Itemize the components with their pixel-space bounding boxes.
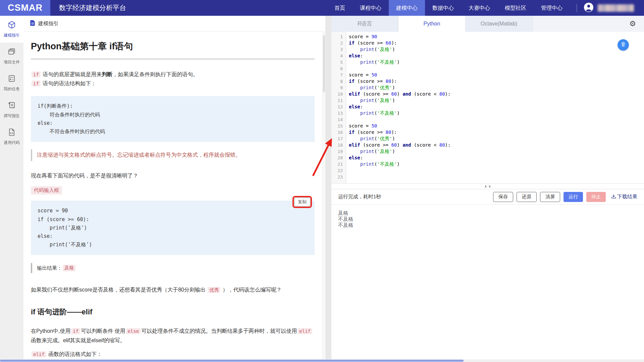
output-line: 不及格 bbox=[338, 216, 637, 222]
sidebar-item-modeling-guide[interactable]: 建模指引 bbox=[0, 16, 23, 43]
line-number: 22 bbox=[331, 167, 346, 174]
output-line: 及格 bbox=[338, 210, 637, 216]
language-tabbar: R语言 Python Octave(Matlab) ⚙ bbox=[331, 16, 644, 32]
nav-item-model-community[interactable]: 模型社区 bbox=[497, 0, 534, 16]
line-number: 17 bbox=[331, 136, 346, 142]
line-number: 13 bbox=[331, 110, 346, 116]
sidebar-item-project-files[interactable]: 项目文件 bbox=[0, 43, 23, 69]
doc-paragraph: elif 函数的语法格式如下： bbox=[31, 350, 315, 359]
copy-button-annotation: 复制 bbox=[292, 196, 312, 208]
line-number: 9 bbox=[331, 85, 346, 91]
project-files-icon bbox=[7, 47, 16, 57]
panel-collapse-handle[interactable]: ∧ ∨ bbox=[331, 184, 644, 189]
line-number: 11 bbox=[331, 97, 346, 104]
gear-icon[interactable]: ⚙ bbox=[629, 20, 636, 28]
line-number: 19 bbox=[331, 148, 346, 155]
top-navbar: CSMAR 数字经济建模分析平台 首页 课程中心 建模中心 数据中心 大赛中心 … bbox=[0, 0, 644, 16]
document-panel: 建模指引 Python基础第十章 if语句 if 语句的底层逻辑就是用来判断，如… bbox=[23, 16, 325, 359]
editor-lines: 1score = 902if (score >= 60):3 print('及格… bbox=[331, 34, 644, 180]
user-menu[interactable] bbox=[584, 2, 634, 14]
horizontal-scrollbar-thumb[interactable] bbox=[0, 360, 464, 362]
tab-octave-matlab[interactable]: Octave(Matlab) bbox=[466, 16, 533, 32]
output-line: 不及格 bbox=[338, 222, 637, 228]
download-results-link[interactable]: 下载结果 bbox=[611, 194, 637, 200]
doc-scrollbar-thumb[interactable] bbox=[323, 35, 325, 92]
csmar-logo[interactable]: CSMAR bbox=[0, 0, 50, 16]
run-toolbar: 运行完成，耗时1秒 保存 还原 清屏 运行 停止 下载结果 bbox=[331, 189, 644, 205]
sidebar-item-label: 撰写报告 bbox=[4, 113, 20, 119]
cube-icon bbox=[7, 20, 16, 30]
nav-item-modeling-center[interactable]: 建模中心 bbox=[389, 0, 425, 16]
warning-note: 注意缩进与英文格式的标点符号。忘记缩进或者标点符号为中文格式，程序就会报错。 bbox=[31, 149, 315, 161]
line-number: 18 bbox=[331, 142, 346, 148]
nav-item-data-center[interactable]: 数据中心 bbox=[425, 0, 461, 16]
copy-button[interactable]: 复制 bbox=[294, 198, 310, 206]
line-number: 14 bbox=[331, 116, 346, 123]
section-title-elif: if 语句进阶——elif bbox=[31, 307, 315, 317]
doc-paragraph: 在Python中,使用if可以判断条件 使用else可以处理条件不成立的情况。当… bbox=[31, 326, 315, 345]
doc-paragraph: 现在再看下面写的代码，是不是很清晰明了？ bbox=[31, 171, 315, 180]
line-number: 10 bbox=[331, 91, 346, 97]
line-number: 12 bbox=[331, 104, 346, 110]
run-output-area: 及格不及格不及格 bbox=[331, 205, 644, 359]
line-number: 3 bbox=[331, 46, 346, 53]
doc-body: Python基础第十章 if语句 if 语句的底层逻辑就是用来判断，如果满足条件… bbox=[23, 32, 325, 359]
doc-paragraph: if 语句的语法结构如下： bbox=[31, 79, 315, 88]
nav-item-admin-center[interactable]: 管理中心 bbox=[534, 0, 570, 16]
chevron-up-icon: ∧ bbox=[484, 184, 487, 189]
sidebar-item-label: 项目文件 bbox=[4, 59, 20, 65]
line-number: 21 bbox=[331, 161, 346, 167]
tab-python[interactable]: Python bbox=[398, 16, 466, 32]
nav-divider bbox=[577, 4, 577, 12]
doc-paragraph: if 语句的底层逻辑就是用来判断，如果满足条件则执行下面的语句。 bbox=[31, 70, 315, 79]
line-number: 23 bbox=[331, 174, 346, 180]
syntax-code-block: if(判断条件): 符合条件时执行的代码 else: 不符合条件时执行的代码 bbox=[31, 96, 315, 142]
example-code-block: score = 90 if (score >= 60): print('及格')… bbox=[31, 201, 315, 255]
document-icon bbox=[30, 20, 35, 27]
nav-item-competition-center[interactable]: 大赛中心 bbox=[461, 0, 497, 16]
restore-button[interactable]: 还原 bbox=[517, 192, 537, 202]
main-nav: 首页 课程中心 建模中心 数据中心 大赛中心 模型社区 管理中心 bbox=[327, 0, 570, 16]
sidebar-item-write-report[interactable]: 撰写报告 bbox=[0, 96, 23, 123]
line-number: 15 bbox=[331, 123, 346, 129]
doc-header-title: 建模指引 bbox=[38, 20, 58, 27]
download-label: 下载结果 bbox=[617, 194, 637, 200]
line-number: 6 bbox=[331, 65, 346, 72]
nav-item-home[interactable]: 首页 bbox=[327, 0, 353, 16]
tabbar-filler: ⚙ bbox=[533, 16, 644, 32]
save-button[interactable]: 保存 bbox=[493, 192, 513, 202]
run-status-text: 运行完成，耗时1秒 bbox=[338, 194, 381, 200]
clear-screen-button[interactable]: 清屏 bbox=[540, 192, 560, 202]
run-button[interactable]: 运行 bbox=[564, 192, 583, 202]
chevron-down-icon: ∨ bbox=[488, 184, 491, 189]
doc-header: 建模指引 bbox=[23, 16, 325, 32]
app-title: 数字经济建模分析平台 bbox=[59, 3, 126, 12]
line-number: 2 bbox=[331, 40, 346, 46]
download-icon bbox=[611, 194, 616, 200]
sidebar-item-label: 建模指引 bbox=[4, 33, 20, 38]
line-number: 1 bbox=[331, 34, 346, 40]
sidebar-item-common-code[interactable]: 通用代码 bbox=[0, 123, 23, 150]
stop-button[interactable]: 停止 bbox=[586, 192, 606, 202]
nav-item-courses[interactable]: 课程中心 bbox=[353, 0, 389, 16]
code-file-icon bbox=[7, 128, 16, 138]
page-title: Python基础第十章 if语句 bbox=[31, 40, 315, 60]
output-result-line: 输出结果： 及格 bbox=[31, 263, 315, 273]
clear-code-button[interactable] bbox=[618, 39, 629, 51]
sidebar-item-label: 我的任务 bbox=[4, 86, 20, 92]
doc-scrollbar[interactable] bbox=[322, 32, 325, 359]
sidebar-item-label: 通用代码 bbox=[4, 140, 20, 146]
user-avatar-icon bbox=[584, 2, 594, 14]
tasks-icon bbox=[7, 74, 16, 84]
code-editor-panel: R语言 Python Octave(Matlab) ⚙ 1score = 902… bbox=[331, 16, 644, 359]
line-number: 7 bbox=[331, 72, 346, 78]
horizontal-scrollbar[interactable] bbox=[0, 359, 644, 362]
code-editor[interactable]: 1score = 902if (score >= 60):3 print('及格… bbox=[331, 32, 644, 184]
result-prefix: 输出结果： bbox=[37, 265, 62, 271]
result-value: 及格 bbox=[63, 265, 75, 271]
tab-r-language[interactable]: R语言 bbox=[331, 16, 398, 32]
run-buttons: 保存 还原 清屏 运行 停止 下载结果 bbox=[493, 192, 637, 202]
line-number: 8 bbox=[331, 78, 346, 85]
left-sidebar: 建模指引 项目文件 我的任务 bbox=[0, 16, 23, 359]
sidebar-item-my-tasks[interactable]: 我的任务 bbox=[0, 69, 23, 96]
